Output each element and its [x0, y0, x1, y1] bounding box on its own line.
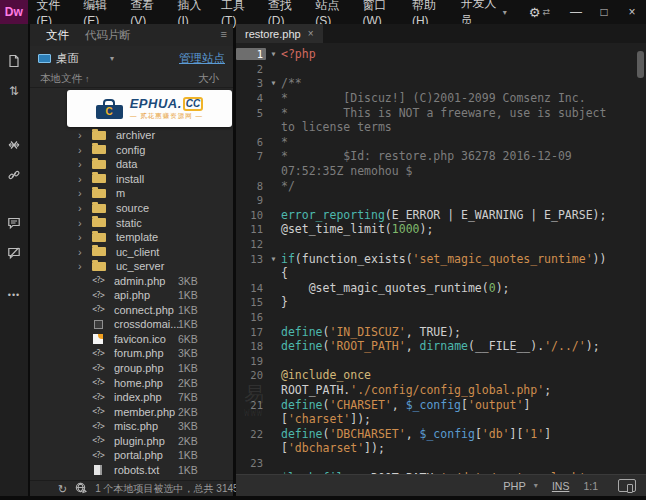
tree-row-file[interactable]: <?>connect.php1KB: [30, 303, 233, 318]
code-line[interactable]: 24$lock_file = ROOT_PATH.'./data/restore…: [236, 470, 646, 474]
code-line[interactable]: 20@include_once: [236, 368, 646, 383]
tree-row-file[interactable]: favicon.ico6KB: [30, 332, 233, 347]
tree-row-file[interactable]: <?>api.php1KB: [30, 288, 233, 303]
code-line[interactable]: 1▼<?php: [236, 47, 646, 62]
tab-snippets[interactable]: 代码片断: [77, 28, 139, 43]
tree-row-file[interactable]: <?>group.php1KB: [30, 361, 233, 376]
device-preview-icon[interactable]: [618, 479, 636, 492]
code-line[interactable]: 4* [Discuz!] (C)2001-2099 Comsenz Inc.: [236, 91, 646, 106]
tree-row-file[interactable]: crossdomai...1KB: [30, 317, 233, 332]
document-tab[interactable]: restore.php ×: [236, 24, 323, 43]
folder-icon: [92, 204, 106, 213]
refresh-icon[interactable]: ↻: [58, 484, 67, 494]
chevron-down-icon[interactable]: ▾: [110, 54, 114, 63]
tree-row-folder[interactable]: ›archiver: [30, 128, 233, 143]
code-line[interactable]: 8*/: [236, 178, 646, 193]
code-line[interactable]: 15}: [236, 295, 646, 310]
tree-row-file[interactable]: <?>plugin.php2KB: [30, 433, 233, 448]
transfer-arrows-icon[interactable]: ⇅: [3, 80, 25, 102]
connect-server-icon[interactable]: [75, 482, 87, 495]
more-panels-icon[interactable]: •••: [8, 290, 20, 300]
code-line[interactable]: 6*: [236, 135, 646, 150]
tree-row-file[interactable]: <?>member.php2KB: [30, 404, 233, 419]
code-line[interactable]: 3▼/**: [236, 76, 646, 91]
tree-row-folder[interactable]: ›static: [30, 215, 233, 230]
column-size[interactable]: 大小: [198, 72, 219, 86]
tree-row-file[interactable]: robots.txt1KB: [30, 463, 233, 478]
fold-arrow-icon[interactable]: ▼: [266, 79, 281, 87]
fold-arrow-icon[interactable]: ▼: [266, 255, 281, 263]
tree-row-file[interactable]: <?>home.php2KB: [30, 375, 233, 390]
tree-row-file[interactable]: <?>admin.php3KB: [30, 273, 233, 288]
maximize-button[interactable]: □: [590, 5, 618, 19]
document-panel-icon[interactable]: [3, 50, 25, 72]
manage-sites-link[interactable]: 管理站点: [179, 51, 225, 66]
tree-row-folder[interactable]: ›m: [30, 186, 233, 201]
expand-chevron-icon[interactable]: ›: [78, 232, 92, 242]
language-selector[interactable]: PHP ▾: [503, 480, 538, 492]
expand-chevron-icon[interactable]: ›: [78, 203, 92, 213]
code-line[interactable]: to license terms: [236, 120, 646, 135]
expand-chevron-icon[interactable]: ›: [78, 159, 92, 169]
code-line[interactable]: 07:52:35Z nemohou $: [236, 164, 646, 179]
close-button[interactable]: ×: [618, 5, 646, 19]
tree-row-folder[interactable]: ›source: [30, 201, 233, 216]
code-line[interactable]: 18define('ROOT_PATH', dirname(__FILE__).…: [236, 339, 646, 354]
comment-icon[interactable]: [3, 212, 25, 234]
code-line[interactable]: 5* This is NOT a freeware, use is subjec…: [236, 105, 646, 120]
expand-chevron-icon[interactable]: ›: [78, 218, 92, 228]
code-line[interactable]: 11@set_time_limit(1000);: [236, 222, 646, 237]
tree-row-file[interactable]: <?>index.php7KB: [30, 390, 233, 405]
expand-chevron-icon[interactable]: ›: [78, 247, 92, 257]
panel-menu-icon[interactable]: ≡: [221, 28, 227, 40]
extract-icon[interactable]: [3, 134, 25, 156]
site-select-value[interactable]: 桌面: [56, 51, 79, 66]
expand-chevron-icon[interactable]: ›: [78, 145, 92, 155]
tree-row-folder[interactable]: ›data: [30, 157, 233, 172]
code-line[interactable]: 19: [236, 353, 646, 368]
code-line[interactable]: 2: [236, 62, 646, 77]
code-line[interactable]: ['dbcharset']);: [236, 441, 646, 456]
code-line[interactable]: 17define('IN_DISCUZ', TRUE);: [236, 324, 646, 339]
workspace-switcher[interactable]: 开发人员 ▾: [450, 0, 516, 24]
comment-off-icon[interactable]: [3, 242, 25, 264]
tree-row-folder[interactable]: ›install: [30, 172, 233, 187]
minimize-button[interactable]: —: [562, 5, 590, 19]
code-line[interactable]: {: [236, 266, 646, 281]
tree-row-folder[interactable]: ›template: [30, 230, 233, 245]
tree-row-file[interactable]: <?>portal.php1KB: [30, 448, 233, 463]
code-line[interactable]: 23: [236, 456, 646, 471]
insert-mode-indicator[interactable]: INS: [552, 480, 570, 492]
code-line[interactable]: 12: [236, 237, 646, 252]
tree-row-file[interactable]: <?>forum.php3KB: [30, 346, 233, 361]
tree-row-folder[interactable]: ›uc_server: [30, 259, 233, 274]
expand-chevron-icon[interactable]: ›: [78, 188, 92, 198]
code-area[interactable]: 易 WWW 1▼<?php23▼/**4* [Discuz!] (C)2001-…: [236, 43, 646, 474]
tab-close-icon[interactable]: ×: [308, 28, 314, 39]
code-line[interactable]: 7* $Id: restore.php 36278 2016-12-09: [236, 149, 646, 164]
code-line[interactable]: 22define('DBCHARSET', $_config['db']['1'…: [236, 426, 646, 441]
file-tree[interactable]: C EPHUA. CC — 贰花惠赚资源网 — ›archiver›config…: [30, 88, 233, 480]
code-line[interactable]: ROOT_PATH.'./config/config_global.php';: [236, 383, 646, 398]
expand-chevron-icon[interactable]: ›: [78, 130, 92, 140]
tree-row-folder[interactable]: ›config: [30, 143, 233, 158]
code-line[interactable]: 14 @set_magic_quotes_runtime(0);: [236, 281, 646, 296]
code-line[interactable]: ['charset']);: [236, 412, 646, 427]
expand-chevron-icon[interactable]: ›: [78, 261, 92, 271]
folder-icon: [92, 145, 106, 154]
vertical-scrollbar-thumb[interactable]: [637, 51, 644, 78]
link-icon[interactable]: [3, 164, 25, 186]
code-line[interactable]: 16: [236, 310, 646, 325]
code-line[interactable]: 21define('CHARSET', $_config['output']: [236, 397, 646, 412]
tree-row-folder[interactable]: ›uc_client: [30, 244, 233, 259]
column-local-files[interactable]: 本地文件 ↑: [40, 72, 89, 86]
code-line[interactable]: 9: [236, 193, 646, 208]
sync-settings-button[interactable]: ⚙ ⇄: [517, 0, 562, 24]
code-line[interactable]: 10error_reporting(E_ERROR | E_WARNING | …: [236, 208, 646, 223]
file-name: home.php: [114, 377, 163, 389]
tab-files[interactable]: 文件: [38, 28, 77, 43]
fold-arrow-icon[interactable]: ▼: [266, 50, 281, 58]
tree-row-file[interactable]: <?>misc.php3KB: [30, 419, 233, 434]
expand-chevron-icon[interactable]: ›: [78, 174, 92, 184]
code-line[interactable]: 13▼if(function_exists('set_magic_quotes_…: [236, 251, 646, 266]
